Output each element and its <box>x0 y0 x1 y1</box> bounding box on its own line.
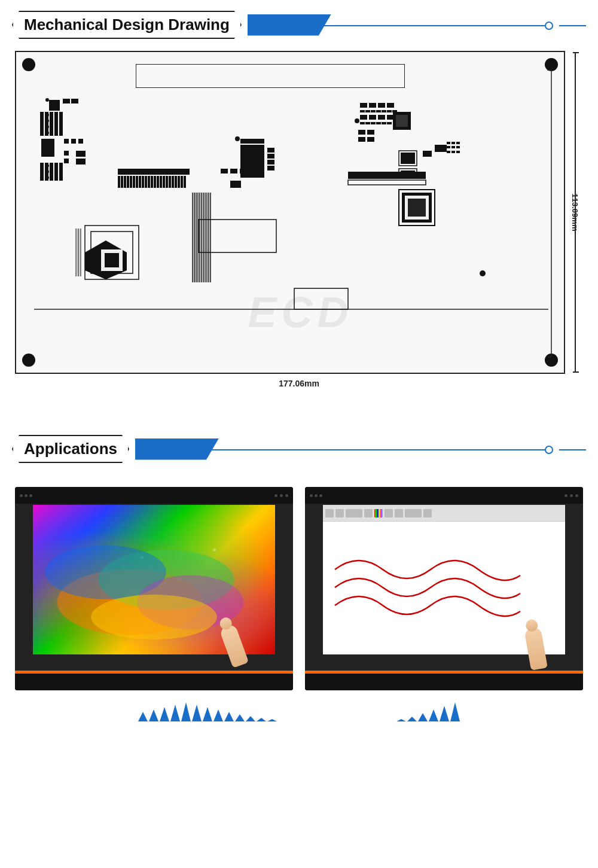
svg-rect-33 <box>127 176 129 188</box>
svg-rect-93 <box>371 110 376 112</box>
lcd-topbar-left <box>15 487 293 504</box>
svg-point-12 <box>45 131 49 135</box>
tri-2 <box>149 709 158 721</box>
svg-rect-32 <box>124 176 126 188</box>
svg-point-135 <box>480 270 486 276</box>
svg-rect-42 <box>154 176 156 188</box>
top-label-rect <box>136 64 405 88</box>
svg-rect-83 <box>230 169 237 173</box>
svg-rect-98 <box>360 115 367 120</box>
dim-tick-top <box>573 52 579 53</box>
svg-rect-38 <box>142 176 144 188</box>
corner-circle-br <box>545 354 558 367</box>
svg-rect-113 <box>396 115 408 127</box>
products-row <box>15 487 583 690</box>
app-toolbar <box>323 505 565 522</box>
width-dimension: 177.06mm <box>15 379 583 388</box>
svg-rect-41 <box>151 176 153 188</box>
svg-rect-29 <box>118 169 190 175</box>
lcd-dot-1 <box>20 494 23 497</box>
svg-rect-39 <box>145 176 147 188</box>
svg-rect-15 <box>45 163 48 181</box>
bottom-decoration <box>15 702 583 721</box>
svg-rect-107 <box>387 122 392 124</box>
svg-rect-1 <box>63 99 70 103</box>
corner-circle-bl <box>22 354 35 367</box>
tri-r3 <box>418 713 428 721</box>
svg-rect-17 <box>54 163 58 181</box>
svg-rect-35 <box>133 176 135 188</box>
tri-r5 <box>440 706 449 721</box>
svg-rect-125 <box>423 151 432 157</box>
svg-rect-50 <box>178 176 180 188</box>
svg-rect-18 <box>59 163 63 181</box>
svg-rect-27 <box>64 151 69 156</box>
svg-rect-22 <box>64 139 69 144</box>
svg-point-20 <box>45 170 49 173</box>
orange-stripe-right <box>305 671 583 674</box>
svg-rect-94 <box>376 110 381 112</box>
svg-rect-96 <box>387 110 392 112</box>
svg-rect-24 <box>78 139 83 144</box>
svg-rect-59 <box>76 229 81 276</box>
svg-rect-87 <box>360 103 367 108</box>
svg-rect-13 <box>41 139 54 157</box>
svg-rect-49 <box>175 176 177 188</box>
svg-rect-31 <box>121 176 123 188</box>
flower-svg <box>33 505 275 654</box>
svg-rect-128 <box>456 142 460 144</box>
drawing-container: ECD <box>15 51 583 388</box>
orange-stripe-left <box>15 671 293 674</box>
svg-marker-56 <box>85 240 127 279</box>
svg-rect-91 <box>360 110 365 112</box>
svg-rect-36 <box>136 176 138 188</box>
corner-circle-tr <box>545 58 558 71</box>
tri-11 <box>246 716 255 721</box>
svg-rect-6 <box>50 112 53 136</box>
lcd-dot-r3 <box>319 494 322 497</box>
svg-rect-37 <box>139 176 141 188</box>
svg-rect-100 <box>378 115 385 120</box>
svg-rect-99 <box>369 115 376 120</box>
svg-rect-34 <box>130 176 132 188</box>
svg-point-21 <box>45 176 49 179</box>
svg-rect-5 <box>45 112 48 136</box>
lcd-dot-2 <box>25 494 28 497</box>
svg-rect-26 <box>76 159 86 165</box>
svg-point-9 <box>45 113 49 117</box>
svg-rect-92 <box>365 110 370 112</box>
svg-rect-0 <box>49 100 60 111</box>
header-dot-2 <box>545 446 553 454</box>
dim-line-right <box>575 52 576 373</box>
svg-rect-134 <box>456 151 460 153</box>
lcd-dot-5 <box>280 494 283 497</box>
lcd-dot-r1 <box>310 494 313 497</box>
lcd-dot-6 <box>285 494 288 497</box>
svg-rect-44 <box>160 176 162 188</box>
svg-rect-57 <box>101 249 123 271</box>
svg-rect-131 <box>456 146 460 148</box>
tri-5 <box>181 702 191 721</box>
svg-rect-52 <box>184 176 186 188</box>
product-card-right <box>305 487 583 690</box>
svg-rect-126 <box>447 142 450 144</box>
svg-rect-127 <box>451 142 455 144</box>
bottom-triangles-right <box>396 702 460 721</box>
toolbar-btn-7 <box>405 509 422 517</box>
dim-tick-bottom <box>573 371 579 373</box>
svg-point-11 <box>45 125 49 129</box>
toolbar-btn-2 <box>335 509 344 517</box>
svg-rect-95 <box>382 110 386 112</box>
lcd-dot-r2 <box>315 494 318 497</box>
tri-8 <box>213 709 223 721</box>
svg-rect-88 <box>369 103 376 108</box>
svg-rect-130 <box>451 146 455 148</box>
tri-12 <box>257 718 266 721</box>
svg-rect-112 <box>393 112 411 130</box>
svg-point-86 <box>355 118 359 123</box>
svg-rect-53 <box>199 220 276 252</box>
svg-rect-30 <box>118 176 120 188</box>
svg-rect-47 <box>169 176 171 188</box>
tri-9 <box>224 712 234 721</box>
svg-rect-97 <box>392 110 397 112</box>
